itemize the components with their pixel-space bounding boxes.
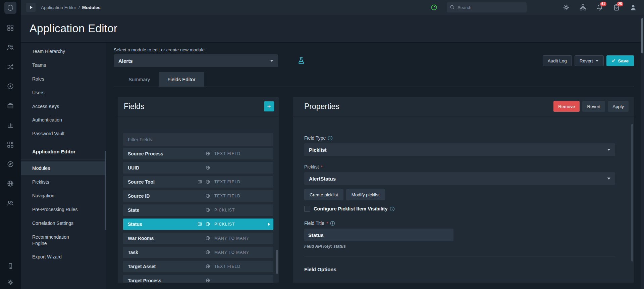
audit-log-button[interactable]: Audit Log (543, 55, 572, 66)
remove-field-button[interactable]: Remove (553, 101, 580, 112)
app-logo[interactable] (4, 2, 16, 14)
picklist-select[interactable]: AlertStatus (304, 172, 615, 185)
revert-field-button[interactable]: Revert (582, 101, 605, 112)
sidebar-item-team-hierarchy[interactable]: Team Hierarchy (21, 45, 106, 58)
connectors-icon[interactable] (7, 63, 14, 70)
pending-tasks-icon[interactable]: 25 (613, 4, 620, 11)
sidebar-item-export-wizard[interactable]: Export Wizard (21, 250, 106, 264)
reports-icon[interactable] (7, 122, 14, 129)
properties-scrollbar[interactable] (631, 124, 633, 261)
breadcrumb-parent[interactable]: Application Editor (41, 5, 76, 10)
chevron-down-icon (595, 60, 599, 62)
sidebar-section-title: Application Editor (21, 143, 106, 159)
queues-icon[interactable] (7, 44, 14, 51)
help-icon[interactable] (7, 161, 14, 167)
automation-icon[interactable] (7, 83, 14, 90)
globe-icon[interactable] (7, 180, 14, 187)
sidebar-item-correlation-settings[interactable]: Correlation Settings (21, 216, 106, 230)
field-row-war-rooms[interactable]: War RoomsMANY TO MANY (123, 233, 273, 244)
field-row-status[interactable]: StatusPICKLIST (123, 219, 273, 230)
globe-icon (206, 151, 210, 156)
sidebar-item-users[interactable]: Users (21, 86, 106, 100)
sidebar-item-password-vault[interactable]: Password Vault (21, 127, 106, 141)
picklist-visibility-label: Configure Picklist Item Visibility (314, 206, 395, 211)
notifications-bell-icon[interactable]: 61 (596, 4, 603, 11)
field-name: Task (128, 250, 138, 255)
field-api-key: Field API Key: status (304, 244, 615, 249)
settings-gear-icon[interactable] (7, 279, 14, 286)
page-scrollbar[interactable] (641, 15, 644, 289)
chevron-down-icon (270, 60, 273, 62)
sidebar-item-navigation[interactable]: Navigation (21, 189, 106, 203)
revert-button[interactable]: Revert (575, 55, 604, 66)
picklist-visibility-checkbox[interactable] (304, 206, 310, 212)
users-icon[interactable] (7, 200, 14, 206)
fields-list-scrollbar[interactable] (276, 250, 278, 274)
sidebar-item-pre-processing-rules[interactable]: Pre-Processing Rules (21, 203, 106, 216)
check-icon (612, 58, 615, 62)
apply-field-button[interactable]: Apply (608, 101, 629, 112)
content-area: Select a module to edit or create new mo… (106, 43, 644, 289)
field-row-source-id[interactable]: Source IDTEXT FIELD (123, 190, 273, 202)
dashboard-icon[interactable] (7, 25, 14, 31)
tab-summary[interactable]: Summary (120, 72, 159, 87)
tasks-badge: 25 (617, 2, 623, 6)
fields-panel: Fields + Source ProcessTEXT FIELDUUIDSou… (118, 97, 279, 283)
shield-icon (7, 4, 14, 11)
sidebar-item-teams[interactable]: Teams (21, 58, 106, 72)
module-flask-icon[interactable] (297, 56, 306, 65)
sidebar-item-authentication[interactable]: Authentication (21, 113, 106, 127)
app-window: Application Editor / Modules (0, 0, 644, 289)
system-health-icon[interactable] (431, 4, 437, 11)
case-icon[interactable] (7, 102, 14, 109)
globe-icon (206, 194, 210, 198)
field-type-badge: PICKLIST (214, 204, 235, 216)
page-scrollbar-thumb[interactable] (641, 18, 643, 53)
icon-rail (0, 0, 21, 289)
field-name: Source ID (128, 193, 150, 199)
info-icon[interactable] (328, 136, 333, 141)
settings-gear-icon[interactable] (563, 4, 570, 11)
filter-fields-input[interactable] (123, 133, 273, 146)
field-type-badge: TEXT FIELD (214, 190, 240, 202)
field-row-target-asset[interactable]: Target AssetTEXT FIELD (123, 261, 273, 272)
search-input[interactable] (447, 5, 527, 10)
sidebar-scrollbar[interactable] (105, 151, 106, 230)
globe-icon (206, 236, 210, 240)
topbar: Application Editor / Modules (21, 0, 644, 15)
sidebar-item-modules[interactable]: Modules (21, 161, 106, 175)
user-profile-icon[interactable] (630, 4, 637, 11)
play-button[interactable] (26, 3, 36, 12)
field-row-source-tool[interactable]: Source ToolTEXT FIELD (123, 176, 273, 188)
field-title-input[interactable] (304, 229, 453, 241)
sidebar-item-picklists[interactable]: Picklists (21, 175, 106, 189)
properties-panel-title: Properties (304, 102, 339, 111)
sitemap-icon[interactable] (580, 4, 586, 11)
modify-picklist-button[interactable]: Modify picklist (346, 189, 385, 200)
add-field-button[interactable]: + (264, 101, 274, 111)
breadcrumb-separator: / (78, 5, 80, 10)
widgets-icon[interactable] (7, 141, 14, 148)
editor-tabs: Summary Fields Editor (114, 72, 634, 87)
sidebar-item-roles[interactable]: Roles (21, 72, 106, 86)
field-type-badge: TEXT FIELD (214, 176, 240, 188)
module-select[interactable]: Alerts (114, 54, 278, 67)
field-row-state[interactable]: StatePICKLIST (123, 204, 273, 216)
grid-column-icon (198, 180, 202, 184)
field-name: War Rooms (128, 236, 154, 241)
field-row-uuid[interactable]: UUID (123, 162, 273, 174)
device-icon[interactable] (7, 263, 14, 270)
create-picklist-button[interactable]: Create picklist (304, 189, 343, 200)
info-icon[interactable] (390, 206, 395, 211)
sidebar-item-recommendation-engine[interactable]: Recommendation Engine (21, 230, 106, 250)
field-row-target-process[interactable]: Target Process (123, 275, 273, 283)
save-button[interactable]: Save (606, 55, 634, 66)
global-search[interactable] (447, 2, 527, 12)
field-options-heading: Field Options (304, 267, 615, 272)
field-row-task[interactable]: TaskMANY TO MANY (123, 247, 273, 258)
tab-fields-editor[interactable]: Fields Editor (159, 72, 204, 87)
info-icon[interactable] (330, 221, 335, 226)
sidebar-item-access-keys[interactable]: Access Keys (21, 100, 106, 113)
field-row-source-process[interactable]: Source ProcessTEXT FIELD (123, 148, 273, 159)
field-type-select[interactable]: Picklist (304, 143, 615, 156)
